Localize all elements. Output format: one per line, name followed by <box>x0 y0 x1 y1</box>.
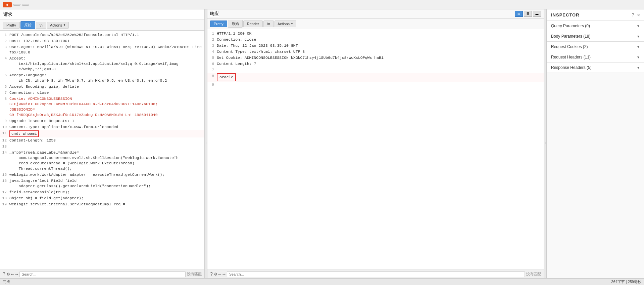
oracle-highlight-box: oracle <box>217 73 236 81</box>
inspector-request-headers-chevron-icon: ▼ <box>637 55 640 59</box>
view-mode-grid-btn[interactable]: ⊞ <box>515 11 523 17</box>
response-tab-pretty[interactable]: Pretty <box>210 21 227 27</box>
inspector-title: INSPECTOR <box>551 12 580 17</box>
request-bottom-bar: ? ⚙ ← → 没有匹配 <box>0 270 204 278</box>
response-tab-n[interactable]: \n <box>263 21 274 27</box>
response-gear-icon[interactable]: ⚙ <box>214 271 217 277</box>
right-divider[interactable]: ⋮ <box>544 9 547 278</box>
response-code-area[interactable]: 1 HTTP/1.1 200 OK 2 Connection: close 3 … <box>207 29 544 270</box>
request-line-14: 14 _nfpb=true&_pageLabel=&handle= com.ta… <box>0 150 204 172</box>
request-line-16: 16 java.lang.reflect.Field field = adapt… <box>0 178 204 189</box>
inspector-response-headers-label: Response Headers (5) <box>551 65 592 70</box>
inspector-request-cookies-chevron-icon: ▼ <box>637 45 640 49</box>
request-line-6: 6 Accept-Encoding: gzip, deflate <box>0 84 204 90</box>
response-bottom-bar: ? ⚙ ← → 没有匹配 <box>207 270 544 278</box>
request-line-18: 18 Object obj = field.get(adapter); <box>0 195 204 201</box>
response-line-6: 6 Content-Length: 7 <box>207 61 544 67</box>
response-actions-button[interactable]: Actions ▼ <box>275 21 296 27</box>
request-line-3: 3 User-Agent: Mozilla/5.0 (Windows NT 10… <box>0 44 204 55</box>
inspector-section-query-params: Query Parameters (0) ▼ <box>547 21 644 31</box>
status-bar: 完成 264字节 | 259毫秒 <box>0 278 644 285</box>
request-line-19: 19 weblogic.servlet.internal.ServletRequ… <box>0 201 204 207</box>
view-mode-list-btn[interactable]: ☰ <box>524 11 532 17</box>
response-actions-chevron-icon: ▼ <box>291 22 293 25</box>
request-line-17: 17 field.setAccessible(true); <box>0 189 204 195</box>
btn-orange[interactable]: ● <box>3 2 12 7</box>
view-mode-group: ⊞ ☰ ▬ <box>515 11 541 17</box>
response-help-icon[interactable]: ? <box>210 272 213 277</box>
request-line-15: 15 weblogic.work.WorkAdapter adapter = e… <box>0 172 204 178</box>
inspector-close-icon[interactable]: ✕ <box>637 12 640 18</box>
inspector-icon-group: ? ✕ <box>632 12 640 18</box>
request-line-1: 1 POST /console/css/%252e%252e%252fconso… <box>0 32 204 38</box>
request-line-12: 12 Content-Length: 1258 <box>0 137 204 144</box>
inspector-section-request-headers: Request Headers (11) ▼ <box>547 52 644 63</box>
response-no-match: 没有匹配 <box>526 272 541 277</box>
inspector-query-params-label: Query Parameters (0) <box>551 24 590 28</box>
inspector-request-headers-header[interactable]: Request Headers (11) ▼ <box>547 52 644 62</box>
request-line-8: 8 Cookie: ADMINCONSOLESESSION=GICj9RNioT… <box>0 96 204 118</box>
request-search-input[interactable] <box>19 271 186 277</box>
status-right: 264字节 | 259毫秒 <box>611 279 641 284</box>
request-actions-chevron-icon: ▼ <box>63 24 66 27</box>
inspector-section-body-params: Body Parameters (18) ▼ <box>547 31 644 42</box>
response-back-icon[interactable]: ← <box>218 272 221 277</box>
top-bar: ● <box>0 0 644 9</box>
response-actions-label: Actions <box>278 22 290 26</box>
response-line-9: 9 <box>207 82 544 88</box>
inspector-response-headers-header[interactable]: Response Headers (5) ▼ <box>547 63 644 73</box>
response-tab-render[interactable]: Render <box>243 21 263 27</box>
request-pane: 请求 Pretty 原始 \n Actions ▼ 1 POST /consol… <box>0 9 205 278</box>
btn-gray-2[interactable] <box>22 4 29 6</box>
request-line-9: 9 Upgrade-Insecure-Requests: 1 <box>0 118 204 124</box>
request-tab-bar: Pretty 原始 \n Actions ▼ <box>0 20 204 31</box>
response-line-8: 8 oracle <box>207 73 544 82</box>
request-tab-raw[interactable]: 原始 <box>20 21 35 29</box>
inspector-body-params-label: Body Parameters (18) <box>551 34 590 39</box>
cmd-highlight-box: cmd: whoami <box>9 130 39 137</box>
inspector-pane: INSPECTOR ? ✕ Query Parameters (0) ▼ Bod… <box>547 9 644 278</box>
response-search-input[interactable] <box>227 271 525 277</box>
request-forward-icon[interactable]: → <box>15 272 18 277</box>
request-code-area[interactable]: 1 POST /console/css/%252e%252e%252fconso… <box>0 31 204 270</box>
response-forward-icon[interactable]: → <box>222 272 225 277</box>
left-divider[interactable]: ⋮ <box>205 9 207 278</box>
inspector-request-cookies-header[interactable]: Request Cookies (2) ▼ <box>547 42 644 52</box>
request-line-10: 10 Content-Type: application/x-www-form-… <box>0 124 204 130</box>
view-mode-compact-btn[interactable]: ▬ <box>533 11 541 17</box>
status-left: 完成 <box>3 279 10 284</box>
request-tab-pretty[interactable]: Pretty <box>3 22 20 29</box>
request-back-icon[interactable]: ← <box>11 272 14 277</box>
request-actions-button[interactable]: Actions ▼ <box>47 22 69 29</box>
inspector-help-icon[interactable]: ? <box>632 12 634 18</box>
request-line-5: 5 Accept-Language: zh-CN, zh;q=0.8, zh-T… <box>0 72 204 84</box>
request-actions-label: Actions <box>50 23 62 27</box>
btn-gray-1[interactable] <box>13 4 20 6</box>
response-header: 响应 <box>210 11 219 17</box>
response-tab-bar: Pretty 原始 Render \n Actions ▼ <box>207 18 544 29</box>
inspector-request-cookies-label: Request Cookies (2) <box>551 44 588 49</box>
request-line-11: 11 cmd: whoami <box>0 130 204 137</box>
inspector-section-request-cookies: Request Cookies (2) ▼ <box>547 42 644 52</box>
request-line-2: 2 Host: 192.168.108.130:7001 <box>0 38 204 44</box>
inspector-query-params-header[interactable]: Query Parameters (0) ▼ <box>547 21 644 31</box>
inspector-query-params-chevron-icon: ▼ <box>637 24 640 28</box>
request-help-icon[interactable]: ? <box>3 272 5 277</box>
response-line-3: 3 Date: Thu, 12 Jan 2023 03:35:10 GMT <box>207 43 544 49</box>
request-line-7: 7 Connection: close <box>0 90 204 96</box>
request-gear-icon[interactable]: ⚙ <box>7 271 9 277</box>
response-line-2: 2 Connection: close <box>207 37 544 43</box>
inspector-body-params-header[interactable]: Body Parameters (18) ▼ <box>547 31 644 41</box>
response-pane: 响应 ⊞ ☰ ▬ Pretty 原始 Render \n Actions ▼ 1… <box>207 9 544 278</box>
response-line-5: 5 Set-Cookie: ADMINCONSOLESESSION=kXGkC7… <box>207 55 544 61</box>
inspector-section-response-headers: Response Headers (5) ▼ <box>547 63 644 73</box>
request-tab-n[interactable]: \n <box>36 22 46 29</box>
inspector-body-params-chevron-icon: ▼ <box>637 35 640 38</box>
response-line-4: 4 Content-Type: text/html; charset=UTF-8 <box>207 49 544 55</box>
inspector-response-headers-chevron-icon: ▼ <box>637 66 640 70</box>
request-header: 请求 <box>0 9 204 20</box>
inspector-header: INSPECTOR ? ✕ <box>547 9 644 21</box>
request-no-match: 没有匹配 <box>187 272 202 277</box>
request-line-4: 4 Accept: text/html,application/xhtml+xm… <box>0 55 204 72</box>
response-tab-raw[interactable]: 原始 <box>228 20 243 28</box>
